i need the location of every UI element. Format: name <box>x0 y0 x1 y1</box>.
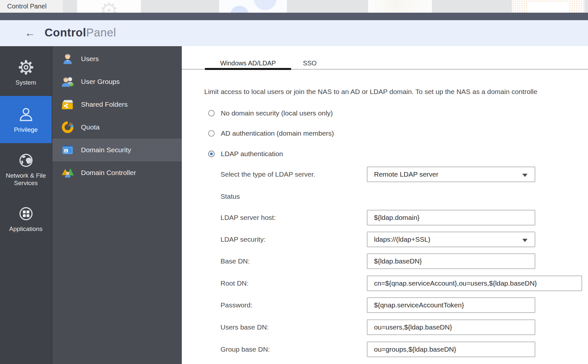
sidebar-item-network-file-services[interactable]: Network & File Services <box>0 143 52 195</box>
ldap-type-select[interactable]: Remote LDAP server <box>367 167 535 182</box>
radio-ad-authentication[interactable]: AD authentication (domain members) <box>208 129 334 138</box>
person-icon <box>18 106 34 123</box>
menu-item-quota[interactable]: Quota <box>52 116 182 139</box>
active-tab-underline <box>205 68 291 70</box>
menu-item-domain-security[interactable]: Domain Security <box>52 139 182 161</box>
back-arrow-icon[interactable]: ← <box>23 27 36 39</box>
page-title-bold: Control <box>45 26 86 39</box>
radio-no-domain-security[interactable]: No domain security (local users only) <box>208 109 333 118</box>
ldap-security-label: LDAP security: <box>220 235 266 244</box>
ldap-host-input[interactable] <box>367 210 535 225</box>
shared-folder-icon <box>61 98 74 111</box>
ldap-security-select[interactable]: ldaps://(ldap+SSL) <box>367 232 535 247</box>
desktop-thumbnail-inner <box>528 2 569 13</box>
sidebar-item-applications[interactable]: Applications <box>0 195 52 242</box>
menu-item-label: Users <box>81 55 99 63</box>
desktop-thumbnail <box>512 0 584 13</box>
user-groups-icon <box>61 75 74 88</box>
ldap-security-selected-value: ldaps://(ldap+SSL) <box>374 236 430 243</box>
app-header: ← ControlPanel <box>0 20 588 46</box>
chevron-down-icon <box>522 174 528 177</box>
privilege-menu-sidebar: Users User Groups <box>52 46 182 364</box>
menu-item-shared-folders[interactable]: Shared Folders <box>52 93 182 116</box>
globe-icon <box>18 152 34 169</box>
tab-windows-ad-ldap[interactable]: Windows AD/LDAP <box>205 58 291 68</box>
page-description: Limit access to local users or join the … <box>204 88 588 96</box>
category-sidebar: System Privilege Network & File Services <box>0 46 52 364</box>
chevron-down-icon <box>522 239 528 242</box>
root-dn-input[interactable] <box>367 276 582 291</box>
menu-item-users[interactable]: Users <box>52 47 182 70</box>
ldap-type-label: Select the type of LDAP server. <box>220 170 315 179</box>
menu-item-label: Quota <box>81 123 100 131</box>
status-label: Status <box>220 192 240 201</box>
control-panel-window: Control Panel ⚙ ← ControlPanel <box>0 0 588 364</box>
window-title-strip <box>0 13 588 20</box>
menu-item-user-groups[interactable]: User Groups <box>52 70 182 93</box>
page-title: ControlPanel <box>45 26 116 39</box>
desktop-thumbnail-gear: ⚙ <box>77 0 141 13</box>
base-dn-label: Base DN: <box>220 257 250 266</box>
tab-sso[interactable]: SSO <box>294 58 325 68</box>
password-input[interactable] <box>367 297 535 313</box>
radio-icon[interactable] <box>208 130 215 137</box>
page-title-light: Panel <box>86 26 116 39</box>
ldap-host-label: LDAP server host: <box>220 213 276 222</box>
group-base-dn-input[interactable] <box>367 342 535 357</box>
sidebar-item-label: System <box>14 79 37 86</box>
app-grid-icon <box>18 205 34 222</box>
desktop-thumbnail <box>368 0 432 13</box>
taskbar: Control Panel ⚙ <box>0 0 588 13</box>
root-dn-label: Root DN: <box>220 279 248 288</box>
radio-label: LDAP authentication <box>221 150 283 158</box>
radio-ldap-authentication[interactable]: LDAP authentication <box>208 149 283 158</box>
quota-pie-icon <box>61 121 74 134</box>
sidebar-item-system[interactable]: System <box>0 49 52 96</box>
password-label: Password: <box>220 301 252 310</box>
group-base-dn-label: Group base DN: <box>220 345 270 354</box>
domain-controller-icon <box>61 166 74 179</box>
radio-icon[interactable] <box>208 110 215 116</box>
users-base-dn-label: Users base DN: <box>220 323 269 332</box>
radio-label: AD authentication (domain members) <box>221 129 334 137</box>
desktop-thumbnail <box>219 0 287 13</box>
taskbar-tab-control-panel[interactable]: Control Panel <box>0 0 63 13</box>
sidebar-item-privilege[interactable]: Privilege <box>0 96 52 143</box>
base-dn-input[interactable] <box>367 253 535 269</box>
menu-item-domain-controller[interactable]: Domain Controller <box>52 161 182 184</box>
sidebar-item-label: Applications <box>8 225 44 233</box>
sidebar-item-label: Privilege <box>13 126 39 133</box>
ldap-type-selected-value: Remote LDAP server <box>374 170 438 178</box>
menu-item-label: Domain Security <box>81 146 131 154</box>
radio-icon-selected[interactable] <box>208 151 215 157</box>
domain-security-badge-icon <box>61 143 74 156</box>
menu-item-label: Domain Controller <box>81 169 136 177</box>
users-icon <box>61 52 74 65</box>
users-base-dn-input[interactable] <box>367 319 535 335</box>
sidebar-item-label: Network & File Services <box>0 172 52 187</box>
menu-item-label: Shared Folders <box>81 101 128 108</box>
radio-label: No domain security (local users only) <box>221 109 333 117</box>
gear-ghost-icon: ⚙ <box>99 1 118 13</box>
domain-security-content: Windows AD/LDAP SSO Limit access to loca… <box>182 46 588 364</box>
gear-icon <box>18 59 34 76</box>
menu-item-label: User Groups <box>81 78 120 86</box>
